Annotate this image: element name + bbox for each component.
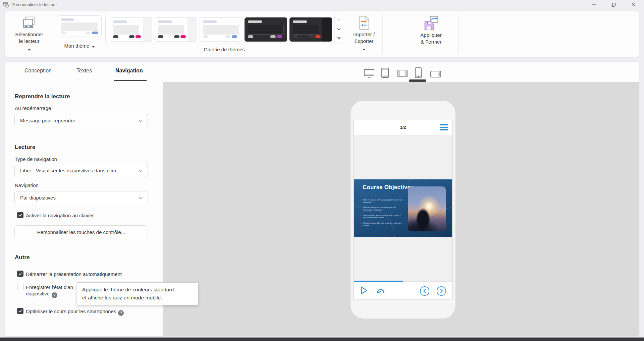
import-export-button[interactable]: Importer / Exporter bbox=[346, 11, 382, 57]
player-controls-bar bbox=[354, 282, 452, 299]
slide-photo-hand-sunset bbox=[408, 186, 446, 231]
close-button[interactable] bbox=[626, 0, 641, 9]
navigation-dropdown-value: Par diapositives bbox=[20, 195, 56, 201]
select-player-button[interactable]: Sélectionner le lecteur bbox=[7, 11, 51, 57]
optimize-checkbox-row[interactable]: Optimiser le cours pour les smartphones? bbox=[17, 308, 124, 316]
keyboard-nav-label: Activer la navigation au clavier bbox=[26, 212, 94, 219]
main-panel: Conception Textes Navigation bbox=[5, 61, 639, 337]
slide-bullet: ●What learners will be able to do after … bbox=[361, 222, 404, 227]
select-player-icon bbox=[23, 25, 35, 31]
autostart-label: Démarrer la présentation automatiquement bbox=[26, 271, 122, 277]
theme-thumbnail-1[interactable] bbox=[110, 17, 152, 42]
apply-close-label-line2: & Fermer bbox=[404, 39, 458, 45]
ribbon-separator bbox=[382, 14, 383, 54]
help-icon[interactable]: ? bbox=[118, 310, 124, 316]
restart-dropdown[interactable]: Message pour reprendre bbox=[14, 114, 148, 127]
player-top-bar: 1/2 bbox=[354, 120, 452, 135]
device-phone-portrait-icon[interactable] bbox=[415, 67, 422, 79]
my-theme-button[interactable]: Mon thème bbox=[55, 11, 104, 57]
phone-mockup: 1/2 Course Objectives ●How this course w… bbox=[350, 100, 456, 319]
taskbar-edge bbox=[0, 338, 644, 341]
tooltip: Applique le thème de couleurs standard e… bbox=[77, 282, 198, 305]
title-bar: Personnaliser le lecteur bbox=[0, 0, 644, 9]
ribbon-separator bbox=[458, 14, 459, 54]
theme-thumbnail-2[interactable] bbox=[155, 17, 197, 42]
theme-thumbnail-5[interactable] bbox=[289, 17, 332, 42]
optimize-checkbox[interactable] bbox=[17, 308, 23, 314]
nav-type-dropdown-value: Libre - Visualiser les diapositives dans… bbox=[20, 168, 120, 173]
navigation-dropdown[interactable]: Par diapositives bbox=[14, 191, 148, 204]
gallery-scroll-down-button[interactable] bbox=[335, 24, 343, 34]
save-state-checkbox[interactable] bbox=[17, 284, 23, 290]
phone-screen: 1/2 Course Objectives ●How this course w… bbox=[354, 120, 452, 299]
import-export-label-line1: Importer / bbox=[346, 31, 382, 38]
gallery-scroll-up-button[interactable] bbox=[335, 15, 343, 24]
device-desktop-icon[interactable] bbox=[364, 69, 375, 79]
help-icon[interactable]: ? bbox=[52, 292, 57, 298]
my-theme-preview bbox=[57, 15, 102, 37]
save-state-checkbox-row[interactable]: Enregistrer l'état d'an diapositive? bbox=[17, 284, 73, 298]
keyboard-nav-checkbox[interactable] bbox=[17, 212, 23, 218]
restart-label: Au redémarrage bbox=[15, 105, 51, 111]
gallery-scrollbar bbox=[334, 15, 343, 44]
nav-type-label: Type de navigation bbox=[15, 156, 57, 162]
nav-type-dropdown[interactable]: Libre - Visualiser les diapositives dans… bbox=[14, 164, 148, 177]
slide-bullet: ●How the learners will be able to put ne… bbox=[361, 207, 404, 211]
import-export-label-line2: Exporter bbox=[346, 38, 382, 45]
customize-keys-button[interactable]: Personnaliser les touches de contrôle... bbox=[14, 225, 148, 239]
gallery-caption: Galerie de thèmes bbox=[105, 47, 343, 52]
play-button[interactable] bbox=[360, 286, 368, 296]
slide-title: Course Objectives bbox=[363, 184, 414, 191]
page-indicator: 1/2 bbox=[354, 125, 452, 130]
preview-area: 1/2 Course Objectives ●How this course w… bbox=[163, 82, 639, 336]
apply-close-button[interactable]: Appliquer & Fermer bbox=[404, 11, 458, 57]
window-title: Personnaliser le lecteur bbox=[11, 2, 57, 7]
theme-gallery bbox=[105, 15, 343, 44]
restore-button[interactable] bbox=[606, 0, 621, 9]
next-slide-button[interactable] bbox=[436, 286, 446, 297]
tab-conception[interactable]: Conception bbox=[24, 68, 52, 74]
select-player-label-line1: Sélectionner bbox=[7, 31, 51, 38]
slide-bullet: ●What mistakes learners will be able to … bbox=[361, 214, 404, 219]
save-state-label: Enregistrer l'état d'an diapositive? bbox=[26, 284, 73, 298]
chevron-down-icon bbox=[139, 119, 143, 122]
chevron-down-icon bbox=[139, 169, 143, 172]
selected-device-underline bbox=[409, 79, 426, 82]
device-phone-landscape-icon[interactable] bbox=[430, 71, 441, 79]
apply-close-label-line1: Appliquer bbox=[404, 32, 458, 39]
my-theme-label: Mon thème bbox=[55, 43, 104, 49]
chevron-down-icon bbox=[139, 196, 143, 199]
tab-textes[interactable]: Textes bbox=[76, 68, 92, 74]
section-heading-autre: Autre bbox=[15, 254, 30, 261]
playback-speed-icon[interactable] bbox=[376, 287, 385, 295]
slide-preview: Course Objectives ●How this course will … bbox=[354, 179, 452, 237]
section-heading-resume: Reprendre la lecture bbox=[15, 93, 70, 100]
tab-navigation[interactable]: Navigation bbox=[115, 68, 143, 74]
app-palette-icon bbox=[3, 2, 9, 8]
previous-slide-button[interactable] bbox=[420, 286, 430, 297]
tooltip-line2: et affiche les quiz en mode mobile. bbox=[82, 294, 193, 302]
chevron-down-icon bbox=[7, 46, 51, 52]
ribbon-separator bbox=[345, 14, 345, 54]
customize-player-window: Personnaliser le lecteur bbox=[0, 0, 644, 341]
active-tab-underline bbox=[114, 80, 147, 81]
device-tablet-portrait-icon[interactable] bbox=[381, 68, 389, 79]
apply-close-icon bbox=[423, 26, 439, 32]
hamburger-menu-icon[interactable] bbox=[440, 124, 448, 130]
theme-thumbnail-3[interactable] bbox=[200, 17, 242, 42]
navigation-label: Navigation bbox=[15, 182, 39, 188]
optimize-label: Optimiser le cours pour les smartphones? bbox=[26, 308, 124, 316]
autostart-checkbox-row[interactable]: Démarrer la présentation automatiquement bbox=[17, 271, 122, 277]
chevron-down-icon bbox=[346, 46, 382, 52]
ribbon-separator bbox=[52, 14, 52, 54]
import-export-icon bbox=[358, 25, 370, 31]
minimize-button[interactable] bbox=[586, 0, 602, 9]
slide-bullet: ●How this course will help accomplish ta… bbox=[361, 199, 404, 204]
keyboard-nav-checkbox-row[interactable]: Activer la navigation au clavier bbox=[17, 212, 94, 219]
autostart-checkbox[interactable] bbox=[17, 271, 23, 277]
tooltip-line1: Applique le thème de couleurs standard bbox=[82, 286, 193, 294]
gallery-expand-button[interactable] bbox=[335, 34, 343, 44]
device-tablet-landscape-icon[interactable] bbox=[397, 70, 408, 78]
theme-thumbnail-4[interactable] bbox=[245, 17, 287, 42]
restart-dropdown-value: Message pour reprendre bbox=[20, 118, 75, 123]
